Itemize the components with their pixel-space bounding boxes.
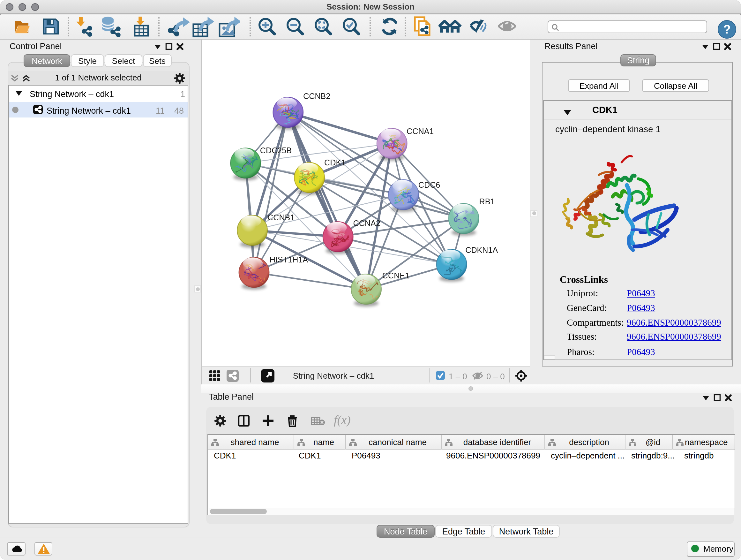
svg-text:?: ?	[723, 23, 731, 36]
